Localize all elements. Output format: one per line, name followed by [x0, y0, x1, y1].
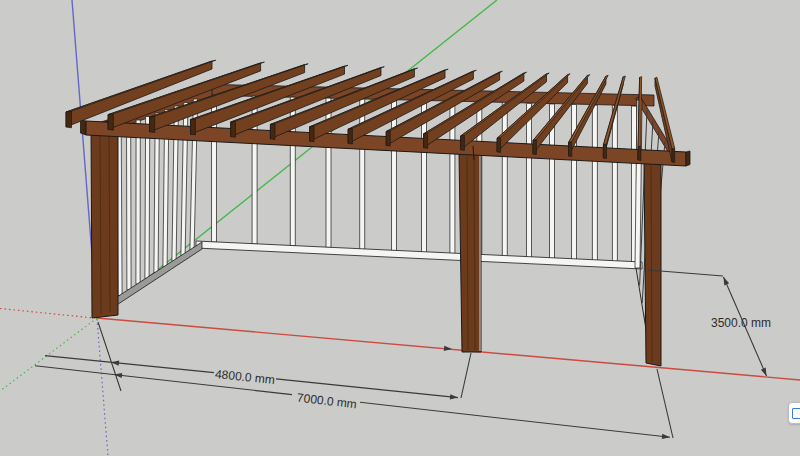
rafter-end-face[interactable] [150, 117, 155, 133]
back-wall-stud[interactable] [612, 106, 617, 263]
partial-ui-popup [788, 402, 800, 424]
sketchup-viewport-stage: 4800.0 mm 7000.0 mm 3500.0 mm [0, 0, 800, 456]
rafter-end-face[interactable] [270, 124, 275, 140]
back-wall-stud[interactable] [392, 100, 397, 251]
rafter-end-face[interactable] [386, 131, 390, 146]
rafter-end-face[interactable] [533, 140, 536, 155]
front-beam-left-end[interactable] [81, 120, 87, 136]
rafter-end-face[interactable] [497, 138, 501, 153]
front-middle-post[interactable] [459, 152, 481, 352]
back-wall-stud[interactable] [527, 103, 532, 257]
rafter-end-face[interactable] [310, 126, 314, 142]
rafter-end-face[interactable] [461, 135, 465, 150]
3d-viewport[interactable]: 4800.0 mm 7000.0 mm 3500.0 mm [0, 0, 800, 456]
rafter-end-face[interactable] [672, 148, 675, 162]
rafter-end-face[interactable] [603, 144, 606, 158]
rafter-end-face[interactable] [191, 119, 196, 135]
rafter-end-face[interactable] [569, 142, 572, 157]
rafter-end-face[interactable] [66, 111, 72, 127]
back-wall-stud[interactable] [592, 105, 597, 261]
left-wall-stud[interactable] [136, 120, 140, 284]
dimension-label-3500[interactable]: 3500.0 mm [711, 316, 771, 330]
rafter-end-face[interactable] [348, 129, 352, 144]
front-beam-right-end[interactable] [686, 151, 690, 166]
partial-popup-icon [792, 408, 800, 419]
rafter-end-face[interactable] [108, 114, 113, 130]
rafter-end-face[interactable] [424, 133, 428, 148]
back-wall-stud[interactable] [502, 103, 507, 257]
rafter-end-face[interactable] [638, 146, 641, 160]
rafter-end-face[interactable] [231, 121, 236, 137]
left-wall-stud[interactable] [127, 124, 132, 290]
left-wall-stud[interactable] [145, 117, 150, 279]
back-wall-stud[interactable] [572, 104, 577, 260]
front-right-post[interactable] [644, 161, 661, 366]
front-left-post[interactable] [91, 120, 118, 318]
